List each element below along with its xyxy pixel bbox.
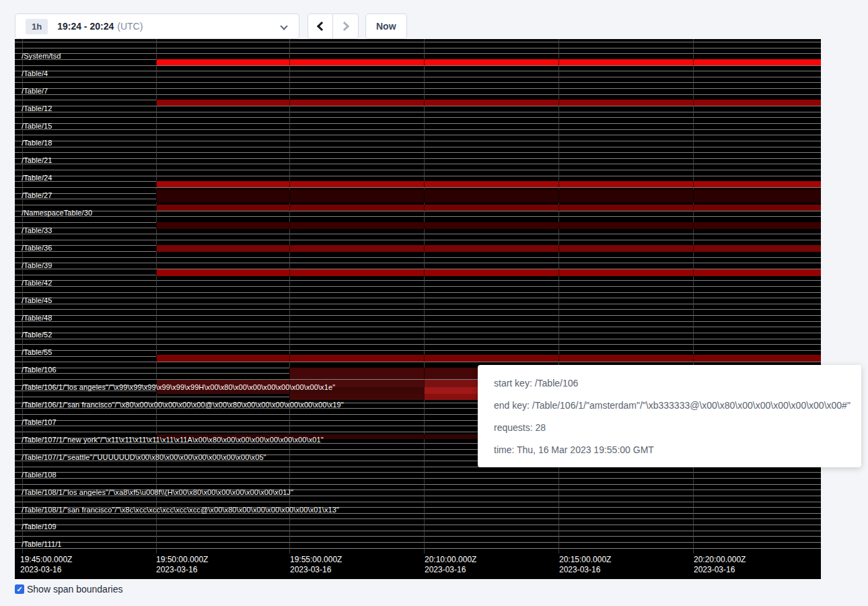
show-span-boundaries-checkbox[interactable]: ✓ (15, 584, 24, 594)
now-button[interactable]: Now (365, 13, 407, 39)
span-boundary-line (15, 53, 821, 54)
span-boundary-line (15, 263, 821, 263)
span-boundary-line (15, 280, 821, 281)
span-label: /Table/107 (22, 418, 57, 426)
x-axis-time-label: 20:20:00.000Z (694, 555, 746, 565)
x-axis-date-label: 2023-03-16 (559, 565, 600, 575)
heatmap-band[interactable] (289, 394, 424, 400)
heatmap-tooltip: start key: /Table/106 end key: /Table/10… (478, 365, 861, 467)
heatmap-band[interactable] (156, 245, 821, 252)
timezone-text: (UTC) (117, 21, 143, 32)
span-label: /Table/107/1/"new york"/"\x11\x11\x11\x1… (22, 436, 324, 444)
next-window-button-disabled[interactable] (333, 13, 359, 39)
span-boundary-line (15, 106, 821, 106)
span-boundary-line (15, 298, 821, 298)
span-label: /Table/39 (22, 261, 52, 269)
heatmap-band[interactable] (424, 394, 478, 400)
span-boundary-line (15, 309, 821, 310)
span-boundary-line (15, 170, 821, 170)
span-label: /Table/107/1/"seattle"/"UUUUUUD\x00\x80\… (22, 453, 266, 461)
span-boundary-line (15, 362, 821, 362)
span-boundary-line (15, 77, 821, 77)
heatmap-band[interactable] (156, 59, 821, 65)
span-boundary-line (15, 216, 821, 217)
time-range-dropdown[interactable]: 1h 19:24 - 20:24 (UTC) (15, 13, 299, 39)
span-boundary-line (15, 117, 821, 118)
span-label: /Table/108/1/"los angeles"/"\xa8\xf5\u00… (22, 488, 293, 496)
time-boundary-line-overlay (693, 39, 694, 553)
span-label: /Table/109 (22, 523, 57, 531)
span-boundary-line (15, 158, 821, 159)
span-boundary-line (15, 315, 821, 316)
time-nav-group (308, 13, 359, 39)
key-visualizer-page: 1h 19:24 - 20:24 (UTC) Now /System/tsd/T… (0, 0, 868, 606)
chevron-right-icon (339, 22, 349, 31)
span-boundary-line (15, 321, 821, 322)
heatmap-band[interactable] (156, 269, 821, 276)
tooltip-end-key: end key: /Table/106/1/"amsterdam"/"\xb33… (494, 400, 845, 411)
span-label: /Table/18 (22, 139, 52, 147)
span-boundary-line (15, 176, 821, 176)
span-boundary-line (15, 292, 821, 293)
time-boundary-line-overlay (424, 39, 425, 553)
footer-controls: ✓ Show span boundaries (15, 584, 122, 595)
tooltip-requests: requests: 28 (494, 422, 845, 433)
span-label: /Table/108 (22, 471, 57, 479)
span-boundary-line (15, 135, 821, 135)
span-boundary-line (15, 152, 821, 153)
chevron-left-icon (317, 22, 326, 31)
span-label: /Table/45 (22, 296, 52, 304)
heatmap-band[interactable] (156, 181, 821, 187)
span-label: /Table/4 (22, 69, 48, 77)
time-range-text: 19:24 - 20:24 (57, 21, 114, 32)
span-boundary-line (15, 48, 821, 48)
span-label: /System/tsd (22, 52, 61, 60)
previous-window-button[interactable] (308, 13, 333, 39)
span-boundary-line (15, 123, 821, 124)
span-boundary-line (15, 240, 821, 240)
span-boundary-line (15, 333, 821, 333)
span-label: /Table/21 (22, 156, 52, 164)
span-boundary-line (15, 112, 821, 112)
now-button-label: Now (376, 21, 396, 32)
span-label: /Table/106/1/"los angeles"/"\x99\x99\x99… (22, 383, 335, 391)
span-label: /Table/108/1/"san francisco"/"\x8c\xcc\x… (22, 506, 339, 514)
span-boundary-line (15, 542, 821, 543)
span-label: /Table/15 (22, 122, 52, 130)
heatmap-band[interactable] (156, 222, 821, 229)
heatmap-band[interactable] (156, 205, 821, 211)
span-boundary-line (15, 71, 821, 71)
tooltip-time: time: Thu, 16 Mar 2023 19:55:00 GMT (494, 444, 845, 455)
span-boundary-line (15, 234, 821, 234)
span-boundary-line (15, 478, 821, 479)
key-visualizer-canvas[interactable]: /System/tsd/Table/4/Table/7/Table/12/Tab… (15, 39, 821, 579)
heatmap-band[interactable] (424, 387, 478, 394)
duration-badge: 1h (26, 19, 48, 34)
span-boundary-line (15, 286, 821, 287)
x-axis-date-label: 2023-03-16 (694, 565, 735, 575)
heatmap-band[interactable] (156, 355, 821, 362)
span-label: /Table/24 (22, 174, 52, 182)
span-boundary-line (15, 42, 821, 42)
x-axis-date-label: 2023-03-16 (156, 565, 197, 575)
span-label: /Table/111/1 (22, 540, 62, 548)
span-boundary-line (15, 536, 821, 537)
span-label: /Table/36 (22, 244, 52, 252)
heatmap-band[interactable] (156, 100, 821, 106)
span-boundary-line (15, 344, 821, 345)
span-label: /Table/106/1/"san francisco"/"\x80\x00\x… (22, 401, 344, 409)
heatmap-band[interactable] (156, 189, 821, 203)
span-boundary-line (15, 525, 821, 525)
span-boundary-line (15, 65, 821, 66)
span-boundary-line (15, 88, 821, 89)
span-boundary-line (15, 257, 821, 258)
time-boundary-line-overlay (289, 39, 290, 553)
time-boundary-line-overlay (558, 39, 559, 553)
span-label: /Table/12 (22, 104, 52, 112)
heatmap-band[interactable] (289, 368, 478, 379)
chevron-down-icon (280, 22, 287, 30)
span-boundary-line (15, 472, 821, 473)
span-boundary-line (15, 164, 821, 164)
heatmap-band[interactable] (424, 380, 478, 387)
span-boundary-line (15, 129, 821, 130)
